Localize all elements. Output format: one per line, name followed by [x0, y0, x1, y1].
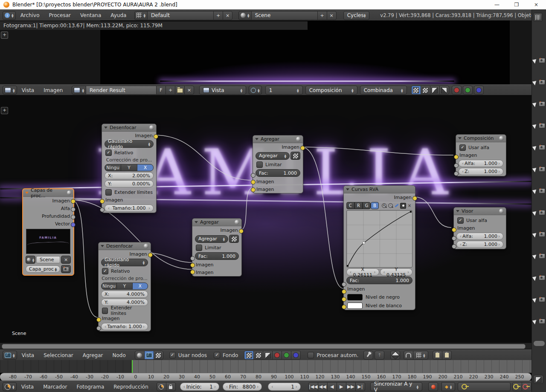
- pin-button[interactable]: [363, 351, 373, 360]
- socket-z-in[interactable]: [452, 244, 456, 249]
- alpha-slider[interactable]: ‹Alfa:1.000›: [459, 160, 503, 167]
- outliner-row[interactable]: [532, 208, 546, 217]
- z-slider[interactable]: ‹Z:1.000›: [456, 241, 503, 248]
- add-layout-button[interactable]: +: [213, 11, 223, 20]
- frame-end-field[interactable]: ‹Fin:8800›: [223, 383, 262, 391]
- socket-alpha-in[interactable]: [452, 236, 456, 241]
- paste-nodes-button[interactable]: [442, 351, 452, 360]
- black-level-swatch[interactable]: [347, 294, 363, 300]
- outliner-scrollbar[interactable]: [534, 341, 545, 346]
- node-header[interactable]: Agregar: [192, 219, 241, 226]
- channel-c-button[interactable]: C: [346, 202, 354, 209]
- camera-render-icon[interactable]: [539, 232, 545, 237]
- image-editor-viewport[interactable]: Fotograma:1| Tiempo:00:13.67| Mem:113.22…: [0, 20, 531, 84]
- shader-nodes-toggle[interactable]: [135, 351, 145, 360]
- point-y-field[interactable]: ‹Y 0.43125›: [380, 268, 413, 276]
- aspect-none[interactable]: Ningu: [105, 164, 121, 171]
- backdrop-checkbox[interactable]: [214, 352, 220, 358]
- timeline-ruler[interactable]: -80-70-60-50-40-30-20-100102030405060708…: [0, 373, 531, 381]
- cursor-select-icon[interactable]: [532, 144, 538, 150]
- current-frame-field[interactable]: ‹1›: [268, 383, 301, 391]
- unlink-image-button[interactable]: ×: [184, 86, 194, 95]
- timeline-track[interactable]: [0, 360, 531, 373]
- blend-mode-select[interactable]: Agregar: [256, 152, 290, 160]
- node-rgb-curves[interactable]: Curvas RVA Imagen C R G B + - × ‹X 0.261…: [343, 185, 415, 310]
- use-nodes-checkbox[interactable]: [169, 352, 176, 358]
- socket-imagen-in[interactable]: [100, 199, 105, 204]
- menu-agregar[interactable]: Agregar: [78, 352, 108, 358]
- node-header[interactable]: Curvas RVA: [344, 186, 415, 193]
- clipping-icon[interactable]: [400, 203, 406, 209]
- aspect-x[interactable]: X: [132, 282, 148, 290]
- cursor-select-icon[interactable]: [532, 123, 538, 129]
- unlink-scene-button[interactable]: ×: [61, 256, 71, 264]
- screen-layout-field[interactable]: Default: [147, 11, 214, 20]
- play-reverse-button[interactable]: ◀: [327, 382, 337, 391]
- render-layer-button[interactable]: [61, 265, 71, 273]
- frame-start-field[interactable]: ‹Inicio:1›: [180, 383, 219, 391]
- play-button[interactable]: ▶: [337, 382, 346, 391]
- socket-imagen1-in[interactable]: [251, 180, 256, 184]
- curve-widget[interactable]: [346, 210, 412, 268]
- socket-fac-in[interactable]: [190, 256, 195, 261]
- outliner-strip[interactable]: [531, 9, 546, 392]
- socket-profundidad-out[interactable]: [71, 215, 76, 219]
- collapse-icon[interactable]: [25, 192, 29, 194]
- collapse-icon[interactable]: [101, 245, 104, 247]
- outliner-row[interactable]: [532, 56, 546, 65]
- node-header[interactable]: Composición: [456, 135, 506, 142]
- socket-vector-out[interactable]: [71, 222, 76, 227]
- camera-render-icon[interactable]: [539, 101, 545, 107]
- overlay-toggle[interactable]: [439, 86, 449, 95]
- auto-render-checkbox[interactable]: [308, 352, 314, 358]
- aspect-toggle[interactable]: Ningu Y X: [105, 164, 154, 171]
- menu-seleccionar[interactable]: Seleccionar: [39, 352, 78, 358]
- outliner-row[interactable]: [532, 295, 546, 304]
- node-header[interactable]: Desenfocar: [99, 242, 151, 250]
- jump-to-end-button[interactable]: ▶|: [355, 382, 365, 391]
- editor-type-button[interactable]: [3, 351, 17, 360]
- socket-imagen-out[interactable]: [300, 146, 305, 150]
- texture-nodes-toggle[interactable]: [154, 351, 163, 360]
- outliner-row[interactable]: [532, 187, 546, 195]
- socket-alpha-in[interactable]: [454, 163, 459, 168]
- snap-node-button[interactable]: [390, 351, 400, 360]
- delete-scene-button[interactable]: ×: [327, 11, 337, 20]
- menu-marcador[interactable]: Marcador: [38, 384, 72, 390]
- relative-checkbox[interactable]: [105, 150, 112, 156]
- cursor-select-icon[interactable]: [532, 253, 538, 259]
- node-header[interactable]: Capas de proc...: [23, 189, 73, 197]
- delete-point-icon[interactable]: ×: [407, 203, 412, 209]
- socket-imagen-out[interactable]: [412, 196, 417, 201]
- blur-filter-select[interactable]: Gaussiano rápido: [101, 259, 148, 266]
- blur-size-slider[interactable]: ‹Tamaño: 1.000›: [101, 323, 148, 330]
- socket-imagen2-in[interactable]: [251, 187, 256, 192]
- channel-g-button[interactable]: G: [363, 202, 371, 209]
- backdrop-b-toggle[interactable]: [291, 351, 301, 360]
- menu-nodo[interactable]: Nodo: [108, 352, 131, 358]
- blur-x-field[interactable]: X:4.000%: [101, 291, 148, 298]
- scene-name-field[interactable]: Scene: [36, 256, 60, 263]
- outliner-row[interactable]: [532, 317, 546, 326]
- socket-imagen-in[interactable]: [96, 317, 101, 322]
- socket-fac-in[interactable]: [251, 173, 256, 178]
- alpha-slider[interactable]: ‹Alfa:1.000›: [456, 233, 503, 240]
- outliner-editor-button[interactable]: [533, 13, 543, 22]
- menu-imagen[interactable]: Imagen: [39, 87, 67, 93]
- next-keyframe-button[interactable]: ▶▶: [346, 382, 356, 391]
- node-render-layers[interactable]: Capas de proc... Imagen Alfa Profundidad…: [22, 188, 74, 276]
- outliner-row[interactable]: [532, 252, 546, 260]
- collapse-icon[interactable]: [255, 138, 258, 140]
- menu-procesar[interactable]: Procesar: [44, 12, 76, 18]
- screen-layout-icon-button[interactable]: [134, 11, 148, 20]
- camera-render-icon[interactable]: [539, 167, 545, 172]
- socket-size-in[interactable]: [96, 326, 101, 331]
- fac-slider[interactable]: Fac:1.000: [256, 169, 300, 177]
- editor-type-button[interactable]: [3, 382, 17, 391]
- blur-y-field[interactable]: Y:0.000%: [105, 180, 154, 187]
- active-keying-set-field[interactable]: [458, 382, 511, 391]
- socket-imagen-in[interactable]: [342, 289, 346, 294]
- backdrop-color-alpha-toggle[interactable]: [244, 351, 254, 360]
- relative-checkbox[interactable]: [102, 268, 108, 274]
- snap-element-select[interactable]: [413, 351, 428, 360]
